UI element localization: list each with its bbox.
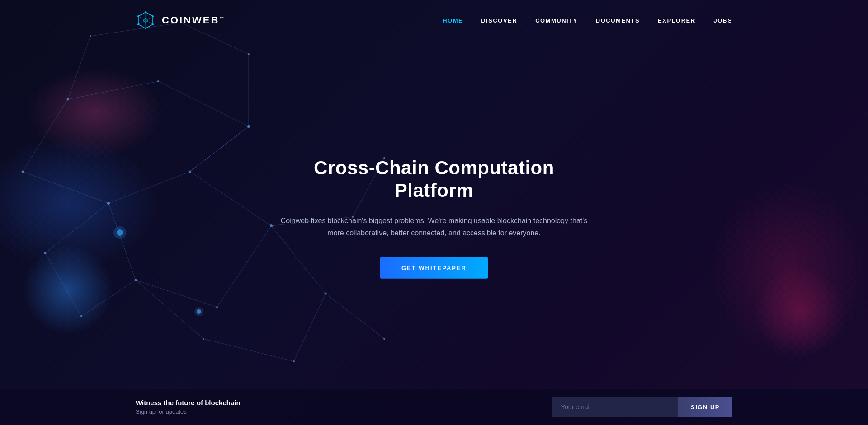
- svg-line-11: [217, 226, 271, 307]
- svg-line-1: [108, 172, 190, 203]
- svg-line-4: [326, 294, 384, 339]
- footer-headline: Witness the future of blockchain: [136, 399, 241, 406]
- svg-point-31: [67, 98, 69, 101]
- svg-point-42: [80, 315, 82, 317]
- page-wrapper: COINWEB™ HOME DISCOVER COMMUNITY DOCUMEN…: [0, 0, 868, 425]
- nav-documents[interactable]: DOCUMENTS: [596, 17, 640, 24]
- svg-line-19: [190, 126, 249, 172]
- svg-point-46: [113, 226, 126, 239]
- svg-line-12: [136, 280, 203, 339]
- svg-line-10: [136, 280, 217, 307]
- svg-line-5: [23, 99, 68, 172]
- glow-purple-right: [710, 181, 868, 361]
- svg-line-7: [158, 81, 249, 126]
- svg-point-54: [145, 11, 146, 13]
- svg-point-37: [293, 360, 295, 362]
- svg-point-27: [189, 171, 191, 173]
- footer-subtext: Sign up for updates: [136, 408, 241, 415]
- svg-point-26: [107, 202, 110, 205]
- nav-jobs[interactable]: JOBS: [714, 17, 732, 24]
- svg-point-32: [157, 80, 159, 82]
- svg-point-47: [197, 309, 201, 314]
- footer-form: SIGN UP: [552, 397, 732, 417]
- nav-explorer[interactable]: EXPLORER: [658, 17, 696, 24]
- logo-text: COINWEB™: [162, 14, 224, 26]
- svg-point-36: [203, 338, 204, 340]
- hero-title: Cross-Chain Computation Platform: [276, 156, 592, 202]
- signup-button[interactable]: SIGN UP: [678, 397, 732, 417]
- svg-point-57: [145, 28, 146, 29]
- svg-point-35: [216, 306, 218, 308]
- svg-point-45: [117, 229, 123, 236]
- nav-home[interactable]: HOME: [443, 17, 463, 24]
- glow-pink-left: [27, 68, 163, 158]
- svg-point-34: [135, 279, 137, 281]
- svg-point-40: [248, 53, 250, 55]
- svg-line-9: [108, 203, 136, 280]
- footer-bar: Witness the future of blockchain Sign up…: [0, 389, 868, 425]
- svg-line-15: [68, 36, 90, 99]
- svg-point-30: [383, 338, 385, 340]
- hero-section: Cross-Chain Computation Platform Coinweb…: [276, 156, 592, 278]
- svg-point-48: [194, 307, 203, 316]
- hero-subtitle: Coinweb fixes blockchain's biggest probl…: [276, 215, 592, 239]
- svg-point-29: [325, 293, 327, 295]
- svg-line-14: [294, 294, 326, 361]
- svg-line-21: [45, 253, 81, 316]
- get-whitepaper-button[interactable]: GET WHITEPAPER: [380, 257, 488, 278]
- svg-point-28: [270, 224, 273, 227]
- svg-point-58: [137, 23, 139, 25]
- svg-point-56: [152, 23, 154, 25]
- svg-line-13: [203, 339, 294, 361]
- svg-point-59: [137, 15, 139, 17]
- svg-line-22: [81, 280, 136, 316]
- svg-line-6: [68, 81, 158, 99]
- svg-point-41: [44, 252, 47, 254]
- main-nav: HOME DISCOVER COMMUNITY DOCUMENTS EXPLOR…: [443, 17, 732, 24]
- email-input[interactable]: [552, 397, 678, 417]
- glow-blue-left: [0, 135, 158, 271]
- logo-area[interactable]: COINWEB™: [136, 10, 224, 30]
- svg-point-33: [247, 125, 250, 128]
- logo-icon: [136, 10, 156, 30]
- svg-line-20: [45, 203, 108, 253]
- nav-discover[interactable]: DISCOVER: [481, 17, 517, 24]
- glow-blue-bottom-left: [23, 244, 113, 335]
- header: COINWEB™ HOME DISCOVER COMMUNITY DOCUMEN…: [0, 0, 868, 41]
- nav-community[interactable]: COMMUNITY: [535, 17, 578, 24]
- svg-point-25: [22, 171, 24, 173]
- svg-line-2: [190, 172, 271, 226]
- svg-line-8: [190, 126, 249, 172]
- footer-text-group: Witness the future of blockchain Sign up…: [136, 399, 241, 415]
- svg-point-55: [152, 15, 154, 17]
- glow-pink-bottom-right: [755, 267, 845, 357]
- svg-line-0: [23, 172, 108, 203]
